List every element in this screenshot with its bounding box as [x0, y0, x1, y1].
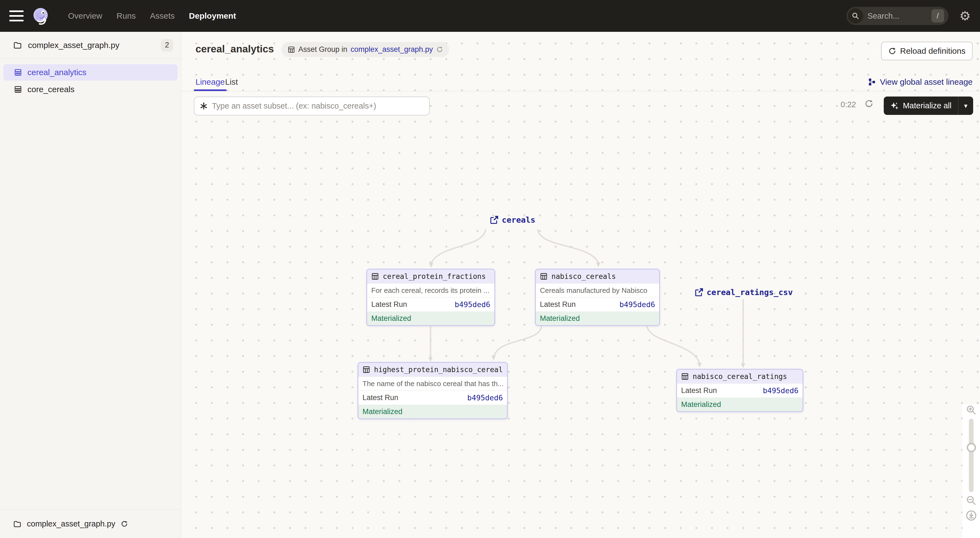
asset-node-header: nabisco_cereal_ratings	[677, 369, 803, 384]
table-icon	[540, 272, 547, 280]
run-id-link[interactable]: b495ded6	[467, 393, 503, 402]
asset-description: Cereals manufactured by Nabisco	[536, 283, 659, 297]
external-link-icon	[490, 215, 498, 224]
source-asset-cereal-ratings-csv[interactable]: cereal_ratings_csv	[695, 288, 793, 297]
primary-nav: Overview Runs Assets Deployment	[68, 11, 236, 21]
global-search[interactable]: /	[846, 7, 948, 25]
source-asset-label: cereals	[502, 215, 535, 224]
zoom-out-icon[interactable]	[966, 495, 977, 506]
latest-run-label: Latest Run	[363, 393, 398, 402]
sidebar: complex_asset_graph.py 2 cereal_analytic…	[0, 32, 181, 538]
zoom-in-icon[interactable]	[966, 404, 977, 415]
download-view-icon[interactable]	[966, 510, 977, 521]
zoom-slider-handle[interactable]	[967, 443, 976, 452]
asset-node-nabisco-cereal-ratings[interactable]: nabisco_cereal_ratings Latest Run b495de…	[676, 369, 803, 412]
view-global-asset-lineage-link[interactable]: View global asset lineage	[868, 73, 973, 91]
run-id-link[interactable]: b495ded6	[763, 386, 799, 395]
external-link-icon	[695, 288, 703, 297]
nav-deployment[interactable]: Deployment	[189, 11, 236, 21]
hamburger-menu-icon[interactable]	[10, 10, 24, 21]
asset-name: highest_protein_nabisco_cereal	[374, 366, 503, 374]
nav-runs[interactable]: Runs	[116, 11, 136, 21]
status-badge: Materialized	[677, 398, 803, 411]
dagster-logo-icon[interactable]	[32, 7, 50, 25]
zoom-controls	[963, 404, 980, 538]
run-id-link[interactable]: b495ded6	[455, 300, 490, 309]
asset-group-icon	[14, 68, 22, 76]
sidebar-item-core-cereals[interactable]: core_cereals	[3, 81, 178, 98]
asset-node-nabisco-cereals[interactable]: nabisco_cereals Cereals manufactured by …	[535, 269, 660, 326]
search-input[interactable]	[867, 11, 925, 21]
lineage-graph-icon	[868, 78, 876, 86]
asset-group-icon	[14, 85, 22, 94]
page-title: cereal_analytics	[196, 43, 274, 55]
context-prefix-label: Asset Group in	[298, 45, 347, 54]
run-id-link[interactable]: b495ded6	[619, 300, 655, 309]
source-asset-cereals[interactable]: cereals	[490, 215, 535, 224]
sidebar-item-label: core_cereals	[27, 85, 75, 94]
status-badge: Materialized	[367, 312, 495, 325]
search-icon	[848, 8, 863, 24]
tab-lineage[interactable]: Lineage	[196, 73, 225, 91]
reload-icon	[888, 47, 896, 55]
status-badge: Materialized	[536, 312, 659, 325]
tabs-row: Lineage List View global asset lineage	[181, 73, 980, 91]
asset-description: For each cereal, records its protein ...	[367, 283, 495, 297]
asset-name: cereal_protein_fractions	[383, 272, 486, 280]
sidebar-item-label: cereal_analytics	[27, 68, 86, 77]
repo-count-badge: 2	[161, 39, 173, 51]
asset-description: The name of the nabisco cereal that has …	[358, 377, 507, 390]
sidebar-repo-row[interactable]: complex_asset_graph.py 2	[0, 32, 181, 59]
table-icon	[681, 372, 689, 380]
asset-node-highest-protein-nabisco-cereal[interactable]: highest_protein_nabisco_cereal The name …	[358, 362, 508, 419]
page-header: cereal_analytics Asset Group in complex_…	[181, 32, 980, 91]
asset-name: nabisco_cereal_ratings	[693, 372, 787, 380]
context-repo-link[interactable]: complex_asset_graph.py	[351, 45, 433, 54]
search-shortcut-key: /	[931, 10, 944, 22]
status-badge: Materialized	[358, 405, 507, 419]
folder-icon	[13, 520, 21, 528]
folder-icon	[13, 41, 22, 49]
sidebar-item-cereal-analytics[interactable]: cereal_analytics	[3, 64, 178, 81]
tab-list[interactable]: List	[225, 73, 238, 91]
asset-node-header: nabisco_cereals	[536, 269, 659, 283]
zoom-slider-track[interactable]	[969, 419, 974, 492]
sidebar-footer: complex_asset_graph.py	[0, 509, 181, 538]
reload-icon[interactable]	[121, 520, 128, 528]
latest-run-label: Latest Run	[540, 300, 576, 309]
latest-run-label: Latest Run	[681, 386, 717, 395]
view-global-asset-lineage-label: View global asset lineage	[880, 77, 973, 87]
gear-icon[interactable]: ⚙	[959, 10, 970, 22]
nav-assets[interactable]: Assets	[150, 11, 175, 21]
reload-definitions-label: Reload definitions	[900, 46, 966, 56]
footer-repo-label: complex_asset_graph.py	[27, 519, 115, 528]
table-icon	[363, 366, 370, 374]
reload-definitions-button[interactable]: Reload definitions	[881, 42, 973, 60]
main-content: cereal_analytics Asset Group in complex_…	[181, 32, 980, 538]
nav-overview[interactable]: Overview	[68, 11, 102, 21]
latest-run-label: Latest Run	[371, 300, 407, 309]
lineage-canvas[interactable]: 0:22 Materialize all ▾	[181, 91, 980, 538]
repo-name-label: complex_asset_graph.py	[28, 41, 155, 50]
reload-icon[interactable]	[436, 46, 443, 53]
asset-name: nabisco_cereals	[551, 272, 616, 280]
asset-node-cereal-protein-fractions[interactable]: cereal_protein_fractions For each cereal…	[366, 269, 495, 326]
asset-node-header: highest_protein_nabisco_cereal	[358, 363, 507, 377]
asset-group-context-pill: Asset Group in complex_asset_graph.py	[282, 42, 449, 57]
asset-node-header: cereal_protein_fractions	[367, 269, 495, 283]
top-navigation-bar: Overview Runs Assets Deployment / ⚙	[0, 0, 980, 32]
asset-group-icon	[287, 46, 295, 54]
source-asset-label: cereal_ratings_csv	[706, 288, 793, 297]
table-icon	[371, 272, 379, 280]
